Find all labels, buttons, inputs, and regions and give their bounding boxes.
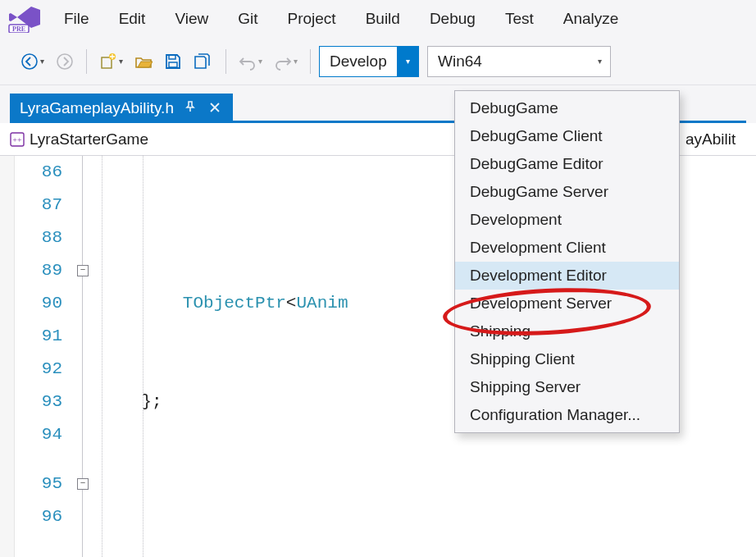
nav-member-text: ayAbilit	[685, 130, 736, 148]
fold-toggle-icon[interactable]: −	[77, 265, 89, 276]
close-icon[interactable]	[207, 100, 223, 116]
save-button[interactable]	[160, 46, 186, 77]
solution-config-dropdown[interactable]: DebugGame DebugGame Client DebugGame Edi…	[454, 90, 680, 433]
solution-config-combo[interactable]: Develop ▾	[319, 46, 419, 77]
chevron-down-icon: ▾	[294, 57, 298, 66]
menu-debug[interactable]: Debug	[415, 5, 490, 33]
line-number: 88	[15, 221, 62, 254]
chevron-down-icon[interactable]: ▾	[589, 47, 610, 76]
line-number: 95	[15, 468, 62, 500]
menu-analyze[interactable]: Analyze	[549, 5, 634, 33]
svg-rect-7	[169, 62, 177, 67]
dropdown-item[interactable]: DebugGame Editor	[455, 150, 679, 178]
svg-text:PRE: PRE	[12, 25, 25, 33]
line-number: 90	[15, 287, 62, 320]
main-toolbar: ▾ ▾ ▾ ▾ Develop ▾ Win64 ▾	[0, 38, 756, 85]
dropdown-item[interactable]: Shipping Client	[455, 345, 679, 373]
svg-rect-6	[169, 55, 175, 59]
toolbar-separator	[310, 49, 311, 74]
line-number: 92	[15, 353, 62, 386]
menu-project[interactable]: Project	[273, 5, 351, 33]
cpp-project-icon: ++	[10, 132, 25, 147]
dropdown-item[interactable]: DebugGame Server	[455, 178, 679, 206]
chevron-down-icon: ▾	[119, 57, 123, 66]
new-item-button[interactable]: ▾	[95, 46, 127, 77]
line-number: 89	[15, 254, 62, 287]
svg-point-3	[57, 54, 72, 69]
menu-edit[interactable]: Edit	[104, 5, 161, 33]
dropdown-item[interactable]: Development Server	[455, 290, 679, 317]
document-tab-active[interactable]: LyraGameplayAbility.h	[10, 94, 233, 123]
nav-project-text: LyraStarterGame	[30, 130, 148, 148]
dropdown-item[interactable]: Development Client	[455, 234, 679, 262]
menu-test[interactable]: Test	[490, 5, 549, 33]
solution-platform-combo[interactable]: Win64 ▾	[427, 46, 611, 77]
menu-build[interactable]: Build	[351, 5, 415, 33]
save-all-button[interactable]	[189, 46, 217, 77]
undo-button[interactable]: ▾	[235, 46, 266, 77]
nav-forward-button[interactable]	[52, 46, 78, 77]
line-number: 91	[15, 320, 62, 353]
chevron-down-icon: ▾	[40, 57, 44, 66]
line-number-gutter: 86 87 88 89 90 91 92 93 94 95 96	[15, 156, 74, 557]
solution-config-value: Develop	[330, 53, 397, 71]
menu-git[interactable]: Git	[223, 5, 272, 33]
line-number: 96	[15, 500, 62, 533]
nav-back-button[interactable]: ▾	[16, 46, 48, 77]
menu-view[interactable]: View	[160, 5, 223, 33]
fold-toggle-icon[interactable]: −	[77, 478, 89, 490]
document-tab-title: LyraGameplayAbility.h	[20, 99, 174, 117]
toolbar-separator	[86, 49, 87, 74]
toolbar-separator	[225, 49, 226, 74]
code-line[interactable]	[100, 484, 756, 517]
dropdown-item[interactable]: Shipping Server	[455, 373, 679, 401]
redo-button[interactable]: ▾	[270, 46, 302, 77]
open-file-button[interactable]	[130, 46, 157, 77]
dropdown-item[interactable]: DebugGame Client	[455, 122, 679, 150]
chevron-down-icon[interactable]: ▾	[397, 47, 418, 76]
chevron-down-icon: ▾	[258, 57, 262, 66]
line-number: 86	[15, 156, 62, 189]
editor-margin	[0, 156, 15, 557]
svg-rect-4	[102, 57, 112, 68]
pin-icon[interactable]	[182, 100, 198, 116]
svg-text:++: ++	[12, 135, 22, 144]
line-number: 94	[15, 418, 62, 451]
dropdown-item[interactable]: Development	[455, 206, 679, 234]
dropdown-item[interactable]: Shipping	[455, 317, 679, 345]
nav-member-combo[interactable]: ayAbilit	[679, 123, 753, 155]
dropdown-item-config-manager[interactable]: Configuration Manager...	[455, 401, 679, 429]
svg-point-2	[22, 54, 37, 69]
outlining-margin[interactable]: − −	[74, 156, 100, 557]
vs-logo-icon: PRE	[7, 4, 44, 34]
dropdown-item[interactable]: DebugGame	[455, 94, 679, 122]
solution-platform-value: Win64	[438, 53, 589, 71]
line-number: 87	[15, 189, 62, 221]
line-number: 93	[15, 386, 62, 418]
menu-bar: PRE File Edit View Git Project Build Deb…	[0, 0, 756, 38]
menu-file[interactable]: File	[49, 5, 104, 33]
dropdown-item-highlighted[interactable]: Development Editor	[455, 262, 679, 290]
